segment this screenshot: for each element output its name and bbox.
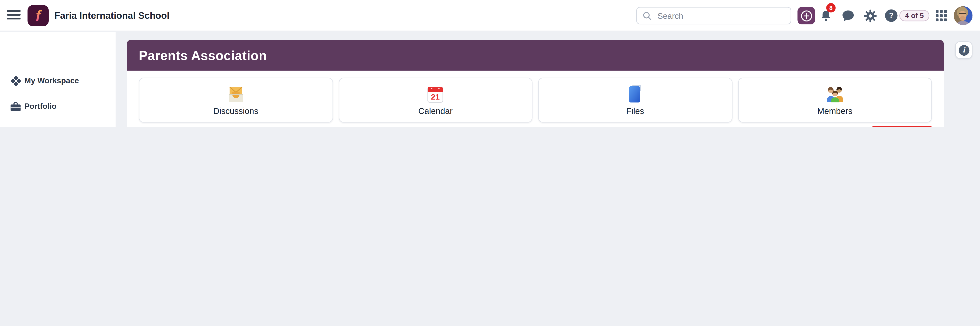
sidebar: My Workspace Portfolio Ye [0, 32, 116, 127]
messages-chat-icon[interactable] [842, 10, 854, 22]
user-avatar[interactable] [954, 6, 972, 25]
files-card[interactable]: Files [538, 78, 732, 123]
calendar-icon: 21 [426, 85, 444, 103]
help-icon[interactable]: ? [885, 9, 897, 22]
school-name: Faria International School [54, 0, 169, 31]
discussions-card[interactable]: Discussions [139, 78, 333, 123]
notification-count-badge: 8 [826, 3, 835, 13]
info-button[interactable]: i [955, 41, 972, 59]
faria-f-glyph: f [30, 7, 46, 24]
people-icon [824, 85, 845, 103]
card-label: Files [626, 106, 644, 116]
app-root: f Faria International School 8 [0, 0, 980, 127]
card-label: Calendar [418, 106, 452, 115]
briefcase-icon [8, 101, 23, 112]
card-label: Discussions [213, 106, 258, 115]
main-panel: Parents Association Discussions 21 [127, 40, 944, 127]
overview-toolbar: Overview Edit Group Settings Join Group [139, 123, 932, 127]
members-card[interactable]: Members [738, 78, 932, 123]
workspace-diamonds-icon [8, 75, 23, 86]
graduation-cap-icon [8, 126, 23, 127]
topbar: f Faria International School 8 [0, 0, 980, 31]
sidebar-item-portfolio[interactable]: Portfolio [0, 96, 116, 117]
apps-grid-icon[interactable] [935, 10, 947, 21]
page-title: Parents Association [139, 48, 267, 63]
hamburger-menu-icon[interactable] [7, 10, 21, 21]
info-icon: i [959, 45, 969, 55]
sidebar-item-label: Portfolio [24, 102, 57, 111]
search-icon [643, 11, 652, 20]
circle-plus-icon [800, 10, 812, 22]
group-banner: Parents Association [127, 40, 944, 71]
quick-add-button[interactable] [797, 7, 815, 24]
svg-text:21: 21 [431, 92, 440, 101]
usage-limit-badge[interactable]: 4 of 5 [899, 10, 929, 21]
group-shortcut-cards: Discussions 21 Calendar Files [139, 78, 932, 123]
calendar-card[interactable]: 21 Calendar [338, 78, 532, 123]
folder-icon [627, 85, 643, 103]
envelope-icon [226, 85, 246, 103]
settings-gear-icon[interactable] [864, 9, 877, 22]
search-input[interactable] [656, 10, 785, 21]
sidebar-item-label: My Workspace [24, 77, 79, 85]
search-bar[interactable] [636, 7, 791, 24]
card-label: Members [817, 106, 852, 116]
sidebar-item-year-groups[interactable]: Year Groups [0, 121, 116, 127]
svg-text:f: f [36, 7, 42, 24]
faria-logo[interactable]: f [27, 5, 49, 26]
sidebar-item-my-workspace[interactable]: My Workspace [0, 70, 116, 91]
